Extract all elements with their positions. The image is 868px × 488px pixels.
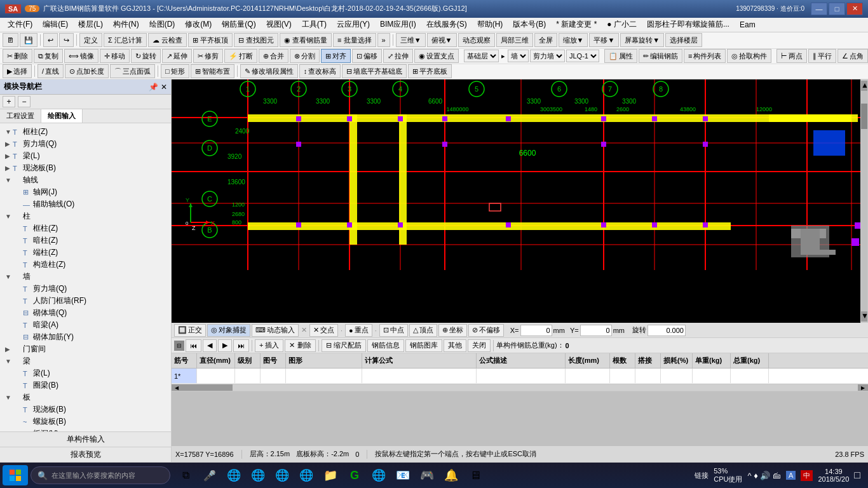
notify-icon[interactable]: 🔔 xyxy=(441,465,461,485)
top-view-button[interactable]: 俯视▼ xyxy=(427,33,457,47)
menu-item------[interactable]: ● 广小二 xyxy=(602,18,642,31)
tree-item-___[interactable]: ▶门窗间 xyxy=(0,343,171,355)
delete-button[interactable]: ✂ 删除 xyxy=(3,49,32,63)
menu-item-Eam[interactable]: Eam xyxy=(735,19,761,30)
menu-item-BIM---I-[interactable]: BIM应用(I) xyxy=(375,18,421,31)
cell-splice[interactable] xyxy=(635,369,661,383)
menu-item--------------[interactable]: 圆形柱子即有螺旋箍筋... xyxy=(642,18,735,31)
scroll-up-button[interactable]: ▲ xyxy=(861,81,867,91)
open-file-button[interactable]: 💾 xyxy=(20,33,37,47)
scroll-right-button[interactable]: ▶ xyxy=(858,384,868,391)
tree-item-____Q_[interactable]: T剪力墙(Q) xyxy=(0,283,171,295)
mail-icon[interactable]: 📧 xyxy=(393,465,413,485)
cloud-check-button[interactable]: ☁ 云检查 xyxy=(148,33,187,47)
modify-seg-button[interactable]: ✎ 修改墙段属性 xyxy=(240,64,298,78)
tree-item-___Z_[interactable]: T端柱(Z) xyxy=(0,247,171,259)
properties-button[interactable]: 📋 属性 xyxy=(604,49,637,63)
point-length-button[interactable]: ⊙ 点加长度 xyxy=(65,64,109,78)
dynamic-input-button[interactable]: ⌨ 动态输入 xyxy=(252,324,299,337)
split-button[interactable]: ⊗ 分割 xyxy=(290,49,320,63)
tree-item-____Q_[interactable]: ⊟砌体墙(Q) xyxy=(0,307,171,319)
jlq-selector[interactable]: JLQ-1 xyxy=(566,50,599,62)
mirror-button[interactable]: ⟺ 镜像 xyxy=(64,49,98,63)
shear-wall-selector[interactable]: 剪力墙 xyxy=(530,50,565,62)
extend-button[interactable]: ↗ 延伸 xyxy=(162,49,192,63)
sum-calc-button[interactable]: Σ 汇总计算 xyxy=(104,33,147,47)
rotate-input[interactable] xyxy=(648,325,686,336)
tree-item-______RF_[interactable]: T人防门框墙(RF) xyxy=(0,295,171,307)
rect-button[interactable]: □ 矩形 xyxy=(161,64,189,78)
copy-button[interactable]: ⧉ 复制 xyxy=(34,49,63,63)
horizontal-scrollbar[interactable]: ◀ ▶ xyxy=(172,384,868,391)
tree-item-__[interactable]: ▼轴线 xyxy=(0,174,171,186)
tree-item-____B_[interactable]: ▶T现浇板(B) xyxy=(0,162,171,174)
zoom-button[interactable]: 缩放▼ xyxy=(559,33,588,47)
wall-selector[interactable]: 墙 xyxy=(508,50,529,62)
comp-list-button[interactable]: ≡ 构件列表 xyxy=(684,49,726,63)
tree-item-____B_[interactable]: T现浇板(B) xyxy=(0,403,171,416)
explorer-icon[interactable]: 📁 xyxy=(320,465,341,485)
chrome-icon[interactable]: 🌐 xyxy=(272,465,292,485)
x-input[interactable] xyxy=(520,325,552,336)
taskbar-search[interactable]: 🔍 在这里输入你要搜索的内容 xyxy=(31,466,170,484)
menu-item------S-[interactable]: 在线服务(S) xyxy=(421,18,472,31)
undo-button[interactable]: ↩ xyxy=(43,33,58,47)
minimize-button[interactable]: — xyxy=(811,3,827,15)
parallel-button[interactable]: ∥ 平行 xyxy=(808,49,836,63)
tree-item-__L_[interactable]: T梁(L) xyxy=(0,367,171,379)
edit-rebar-button[interactable]: ✏ 编辑钢筋 xyxy=(639,49,682,63)
cell-diameter[interactable] xyxy=(197,369,235,383)
cortana-mic-icon[interactable]: 🎤 xyxy=(200,465,220,485)
cell-desc[interactable] xyxy=(477,369,566,383)
local-3d-button[interactable]: 局部三维 xyxy=(496,33,533,47)
menu-item----D-[interactable]: 绘图(D) xyxy=(144,18,180,31)
menu-item----E-[interactable]: 编辑(E) xyxy=(37,18,73,31)
cell-length[interactable] xyxy=(566,369,610,383)
pick-comp-button[interactable]: ◎ 拾取构件 xyxy=(727,49,771,63)
tree-item-_[interactable]: ▼板 xyxy=(0,391,171,403)
scroll-down-button[interactable]: ▼ xyxy=(861,311,867,322)
mid-button[interactable]: ⊡ 中点 xyxy=(379,324,408,337)
midpoint-button[interactable]: ● 重点 xyxy=(345,324,372,337)
delete-rebar-button[interactable]: ✕ 删除 xyxy=(285,339,315,352)
menu-item-----Q-[interactable]: 钢筋量(Q) xyxy=(217,18,261,31)
tree-item-_[interactable]: ▼柱 xyxy=(0,210,171,222)
tree-item-_____Y_[interactable]: ⊟砌体加筋(Y) xyxy=(0,331,171,343)
menu-item---------[interactable]: * 新建变更 * xyxy=(551,18,602,31)
time-display[interactable]: 14:39 2018/5/20 xyxy=(818,468,849,483)
action-center-icon[interactable]: □ xyxy=(854,470,860,481)
stretch-button[interactable]: ⤢ 拉伸 xyxy=(383,49,413,63)
tree-item-___A_[interactable]: T暗梁(A) xyxy=(0,319,171,331)
tree-item-____Z_[interactable]: T构造柱(Z) xyxy=(0,259,171,271)
monitor-icon[interactable]: 🖥 xyxy=(465,465,485,485)
line-button[interactable]: / 直线 xyxy=(37,64,64,78)
glodon-g-icon[interactable]: G xyxy=(344,465,365,485)
maximize-button[interactable]: □ xyxy=(829,3,845,15)
cell-count[interactable] xyxy=(610,369,635,383)
tree-item-_[interactable]: ▼墙 xyxy=(0,271,171,283)
h-scroll-track[interactable] xyxy=(182,384,858,391)
cell-loss[interactable] xyxy=(661,369,693,383)
h-scroll-thumb[interactable] xyxy=(182,384,233,391)
nav-first-button[interactable]: ⏮ xyxy=(186,339,201,352)
menu-item----V-[interactable]: 视图(V) xyxy=(261,18,297,31)
cell-rebar-no[interactable]: 1* xyxy=(172,369,197,383)
game-icon[interactable]: 🎮 xyxy=(417,465,437,485)
minus-item-button[interactable]: − xyxy=(18,96,31,107)
sidebar-close-icon[interactable]: ✕ xyxy=(161,83,167,92)
firefox-icon[interactable]: 🌐 xyxy=(296,465,316,485)
nav-next-button[interactable]: ▶ xyxy=(218,339,232,352)
cell-formula[interactable] xyxy=(362,369,477,383)
tree-item-____Q_[interactable]: ▶T剪力墙(Q) xyxy=(0,138,171,150)
menu-item----N-[interactable]: 构件(N) xyxy=(108,18,144,31)
tree-item-___J_[interactable]: ⊞轴网(J) xyxy=(0,186,171,198)
define-button[interactable]: 定义 xyxy=(79,33,102,47)
cell-shape[interactable] xyxy=(286,369,362,383)
nav-last-button[interactable]: ⏭ xyxy=(233,339,249,352)
menu-item----F-[interactable]: 文件(F) xyxy=(3,18,37,31)
align-button[interactable]: ⊞ 对齐 xyxy=(321,49,351,63)
cad-canvas-area[interactable]: 1 2 3 4 5 6 7 8 E xyxy=(172,79,868,323)
new-file-button[interactable]: 🖹 xyxy=(3,33,18,47)
ime-icon[interactable]: A xyxy=(786,471,796,480)
select-button[interactable]: ▶ 选择 xyxy=(3,64,32,78)
